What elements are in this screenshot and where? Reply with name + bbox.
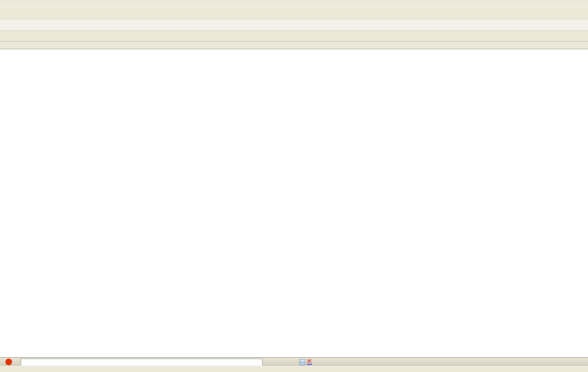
antenna-icon: Ж xyxy=(307,359,312,365)
toolbar-gann xyxy=(0,31,588,42)
date-spinner[interactable] xyxy=(299,359,305,365)
shenzhen-badge-icon xyxy=(5,359,12,365)
gann-trading-app: Ж xyxy=(0,0,588,372)
candlestick-chart[interactable] xyxy=(0,49,588,357)
toolbar-main xyxy=(0,8,588,19)
toolbar-tools xyxy=(0,19,588,31)
message-box xyxy=(21,359,263,366)
date-axis xyxy=(0,42,588,49)
status-bar: Ж xyxy=(0,357,588,366)
chart-area[interactable] xyxy=(0,49,588,357)
info-bar xyxy=(0,366,588,372)
menubar xyxy=(0,0,588,8)
